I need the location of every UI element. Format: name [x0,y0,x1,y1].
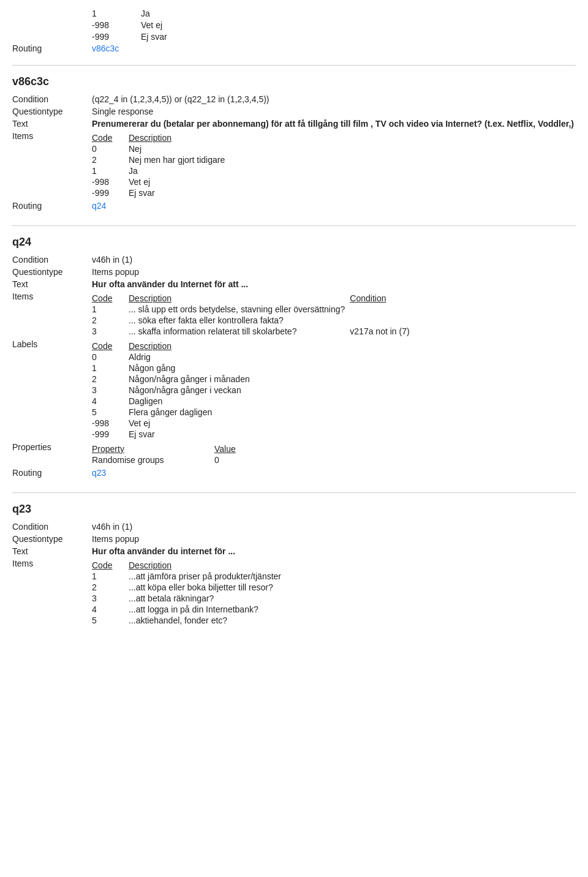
item-code: 2 [92,154,129,165]
q23-items-table-container: Code Description 1...att jämföra priser … [92,559,576,626]
item-desc: ...att jämföra priser på produkter/tjäns… [129,571,286,582]
top-routing-label: Routing [12,43,92,53]
v86c3c-items-table: Code Description 0Nej2Nej men har gjort … [92,132,230,198]
v86c3c-items-label: Items [12,131,92,141]
section-v86c3c-title: v86c3c [12,75,576,88]
label-desc: Någon gång [129,363,255,374]
q24-labels-header: Code Description [92,341,255,352]
item-code: 0 [92,143,129,154]
item-code: 2 [92,582,129,593]
q24-labels-col-desc: Description [129,341,255,352]
v86c3c-condition-value: (q22_4 in (1,2,3,4,5)) or (q22_12 in (1,… [92,94,576,104]
label-code: 4 [92,396,129,407]
q23-text-label: Text [12,546,92,556]
q23-questiontype-label: Questiontype [12,534,92,544]
q24-text-row: Text Hur ofta använder du Internet för a… [12,279,576,289]
item-code: 1 [92,304,129,315]
q24-items-row: Items Code Description Condition 1... sl… [12,292,576,337]
item-condition: v217a not in (7) [350,326,448,337]
table-row: 2Någon/några gånger i månaden [92,374,255,385]
table-row: 1Ja [92,165,230,176]
q24-labels-row: Labels Code Description 0Aldrig1Någon gå… [12,339,576,440]
table-row: 1...att jämföra priser på produkter/tjän… [92,571,286,582]
q24-condition-row: Condition v46h in (1) [12,255,576,265]
label-code: 0 [92,352,129,363]
table-row: 3Någon/några gånger i veckan [92,385,255,396]
top-item-999-desc: Ej svar [141,32,167,42]
label-desc: Ej svar [129,429,255,440]
table-row: -998Vet ej [92,418,255,429]
label-code: -998 [92,418,129,429]
v86c3c-text-label: Text [12,119,92,129]
item-code: -999 [92,187,129,198]
q24-items-label: Items [12,292,92,301]
q24-labels-col-code: Code [92,341,129,352]
table-row: -999Ej svar [92,429,255,440]
table-row: 3...att betala räkningar? [92,593,286,604]
top-item-999-code: -999 [92,32,141,42]
v86c3c-col-code: Code [92,132,129,143]
item-desc: ...aktiehandel, fonder etc? [129,615,286,626]
section-q23-title: q23 [12,503,576,516]
prop-value: 0 [214,454,263,465]
top-item-999: -999 Ej svar [12,32,576,42]
table-row: 2...att köpa eller boka biljetter till r… [92,582,286,593]
table-row: 1... slå upp ett ords betydelse, stavnin… [92,304,448,315]
q24-prop-col-value: Value [214,443,263,454]
q24-items-table: Code Description Condition 1... slå upp … [92,293,448,337]
label-code: 1 [92,363,129,374]
q23-col-code: Code [92,560,129,571]
q24-questiontype-value: Items popup [92,267,576,277]
top-routing-value[interactable]: v86c3c [92,43,119,53]
table-row: 2... söka efter fakta eller kontrollera … [92,315,448,326]
item-desc: ...att logga in på din Internetbank? [129,604,286,615]
item-desc: ...att köpa eller boka biljetter till re… [129,582,286,593]
q24-condition-label: Condition [12,255,92,265]
v86c3c-routing-value[interactable]: q24 [92,201,576,211]
v86c3c-condition-label: Condition [12,94,92,104]
v86c3c-items-row: Items Code Description 0Nej2Nej men har … [12,131,576,198]
section-q24: q24 Condition v46h in (1) Questiontype I… [12,225,576,492]
table-row: 0Aldrig [92,352,255,363]
table-row: -999Ej svar [92,187,230,198]
item-desc: ...att betala räkningar? [129,593,286,604]
q24-routing-value[interactable]: q23 [92,468,576,478]
item-code: 3 [92,326,129,337]
q24-properties-label: Properties [12,442,92,452]
q23-items-row: Items Code Description 1...att jämföra p… [12,559,576,626]
q24-prop-col-property: Property [92,443,214,454]
q23-items-label: Items [12,559,92,568]
v86c3c-routing-link[interactable]: q24 [92,201,106,211]
q24-routing-row: Routing q23 [12,468,576,478]
top-routing-link[interactable]: v86c3c [92,43,119,53]
q24-labels-label: Labels [12,339,92,349]
q24-properties-table: Property Value Randomise groups0 [92,443,263,465]
q24-properties-row: Properties Property Value Randomise grou… [12,442,576,465]
v86c3c-condition-row: Condition (q22_4 in (1,2,3,4,5)) or (q22… [12,94,576,104]
v86c3c-items-table-container: Code Description 0Nej2Nej men har gjort … [92,131,576,198]
table-row: 1Någon gång [92,363,255,374]
item-desc: Nej [129,143,230,154]
top-item-1: 1 Ja [12,9,576,18]
item-code: 5 [92,615,129,626]
v86c3c-col-desc: Description [129,132,230,143]
top-continuation: 1 Ja -998 Vet ej -999 Ej svar Routing v8… [12,6,576,65]
top-routing-row: Routing v86c3c [12,43,576,53]
label-code: 2 [92,374,129,385]
q24-items-table-container: Code Description Condition 1... slå upp … [92,292,576,337]
label-code: 3 [92,385,129,396]
q24-routing-link[interactable]: q23 [92,468,106,478]
section-q24-title: q24 [12,236,576,249]
item-desc: ... slå upp ett ords betydelse, stavning… [129,304,350,315]
item-desc: ... söka efter fakta eller kontrollera f… [129,315,350,326]
item-condition [350,304,448,315]
item-condition [350,315,448,326]
q24-text-label: Text [12,279,92,289]
v86c3c-routing-label: Routing [12,201,92,211]
item-desc: Ja [129,165,230,176]
q24-condition-value: v46h in (1) [92,255,576,265]
top-item-998-code: -998 [92,20,141,30]
section-q23: q23 Condition v46h in (1) Questiontype I… [12,492,576,641]
v86c3c-questiontype-value: Single response [92,107,576,116]
item-code: 4 [92,604,129,615]
